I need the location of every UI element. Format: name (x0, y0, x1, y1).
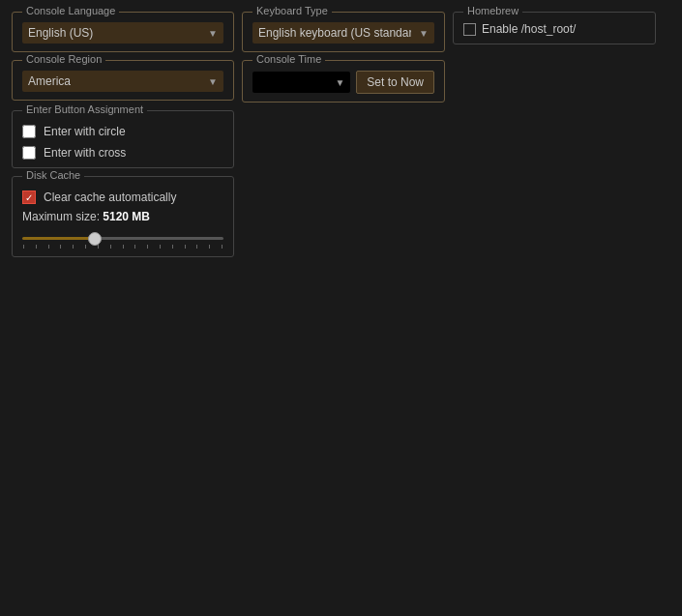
homebrew-checkbox[interactable] (463, 23, 476, 36)
slider-tick (85, 245, 86, 249)
settings-panel: Console Language English (US) Japanese F… (0, 0, 682, 269)
console-language-select[interactable]: English (US) Japanese French Spanish Ger… (22, 22, 223, 44)
clear-cache-label: Clear cache automatically (44, 191, 176, 204)
circle-label: Enter with circle (44, 125, 126, 138)
slider-tick (160, 245, 161, 249)
disk-cache-box: Disk Cache Clear cache automatically Max… (12, 176, 234, 257)
console-time-select-wrapper: ▼ (252, 72, 350, 93)
slider-tick (147, 245, 148, 249)
circle-row: Enter with circle (22, 125, 223, 138)
console-language-legend: Console Language (22, 5, 119, 16)
cache-size-slider-container (22, 229, 223, 249)
homebrew-legend: Homebrew (463, 5, 522, 16)
slider-ticks (22, 245, 223, 249)
disk-cache-legend: Disk Cache (22, 169, 84, 181)
cache-size-slider[interactable] (22, 237, 223, 240)
console-time-box: Console Time ▼ Set to Now (242, 60, 445, 103)
set-to-now-button[interactable]: Set to Now (356, 71, 434, 94)
console-time-legend: Console Time (252, 53, 325, 65)
enter-button-inner: Enter with circle Enter with cross (22, 125, 223, 160)
slider-tick (110, 245, 111, 249)
max-size-prefix: Maximum size: (22, 210, 103, 223)
slider-tick (172, 245, 173, 249)
keyboard-type-legend: Keyboard Type (252, 5, 332, 16)
console-region-select-wrapper: America Europe Japan ▼ (22, 71, 223, 92)
enter-button-box: Enter Button Assignment Enter with circl… (12, 110, 234, 168)
keyboard-type-box: Keyboard Type English keyboard (US stand… (242, 12, 445, 52)
keyboard-type-select-wrapper: English keyboard (US standard) Japanese … (252, 22, 434, 44)
homebrew-box: Homebrew Enable /host_root/ (453, 12, 656, 44)
clear-cache-checkbox[interactable] (22, 191, 36, 204)
keyboard-type-select[interactable]: English keyboard (US standard) Japanese … (252, 22, 434, 44)
slider-tick (123, 245, 124, 249)
console-time-select[interactable] (252, 72, 350, 93)
row-1: Console Language English (US) Japanese F… (12, 12, 670, 52)
clear-cache-row: Clear cache automatically (22, 191, 223, 204)
row-4: Disk Cache Clear cache automatically Max… (12, 176, 670, 257)
slider-tick (36, 245, 37, 249)
slider-tick (185, 245, 186, 249)
cross-label: Enter with cross (44, 146, 126, 160)
slider-tick (222, 245, 222, 249)
console-region-legend: Console Region (22, 53, 105, 65)
console-language-box: Console Language English (US) Japanese F… (12, 12, 234, 52)
slider-tick (48, 245, 49, 249)
slider-tick (23, 245, 24, 249)
row-2: Console Region America Europe Japan ▼ Co… (12, 60, 670, 103)
slider-tick (73, 245, 74, 249)
slider-tick (196, 245, 197, 249)
homebrew-inner: Enable /host_root/ (463, 22, 645, 36)
slider-tick (134, 245, 135, 249)
console-region-select[interactable]: America Europe Japan (22, 71, 223, 92)
cross-checkbox[interactable] (22, 146, 36, 160)
slider-tick (60, 245, 61, 249)
enter-button-legend: Enter Button Assignment (22, 103, 147, 115)
console-language-select-wrapper: English (US) Japanese French Spanish Ger… (22, 22, 223, 44)
console-region-box: Console Region America Europe Japan ▼ (12, 60, 234, 101)
max-size-row: Maximum size: 5120 MB (22, 210, 223, 223)
disk-cache-inner: Clear cache automatically Maximum size: … (22, 191, 223, 249)
homebrew-label: Enable /host_root/ (482, 22, 576, 36)
row-3: Enter Button Assignment Enter with circl… (12, 110, 670, 168)
slider-tick (209, 245, 210, 249)
cross-row: Enter with cross (22, 146, 223, 160)
slider-tick (98, 245, 99, 249)
console-time-inner: ▼ Set to Now (252, 71, 434, 94)
circle-checkbox[interactable] (22, 125, 36, 138)
max-size-value: 5120 MB (103, 210, 150, 223)
